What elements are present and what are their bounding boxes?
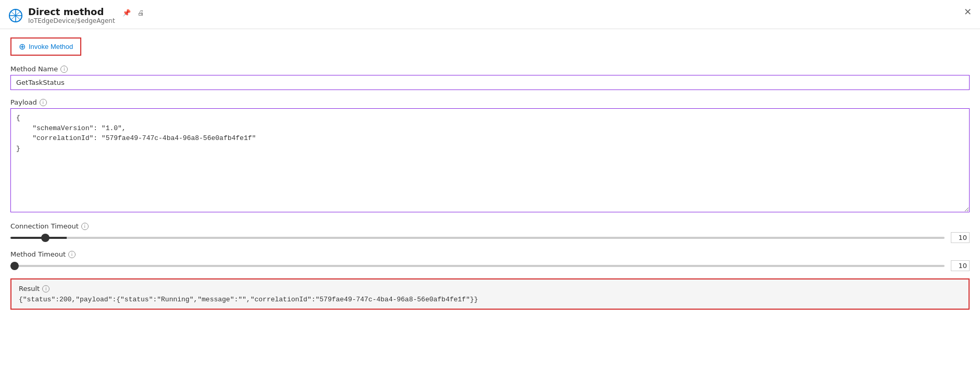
method-timeout-label: Method Timeout i bbox=[10, 250, 970, 258]
invoke-method-icon: ⊕ bbox=[19, 42, 26, 52]
method-name-field-group: Method Name i bbox=[10, 65, 970, 90]
method-timeout-info-icon[interactable]: i bbox=[68, 251, 76, 258]
header-title-block: Direct method IoTEdgeDevice/$edgeAgent bbox=[28, 6, 115, 24]
result-label: Result i bbox=[19, 285, 961, 292]
print-icon[interactable]: 🖨 bbox=[136, 8, 146, 18]
payload-field-group: Payload i bbox=[10, 98, 970, 214]
method-timeout-track bbox=[10, 261, 945, 271]
connection-timeout-slider-row: 10 bbox=[10, 232, 970, 243]
payload-label: Payload i bbox=[10, 98, 970, 106]
connection-timeout-track bbox=[10, 233, 945, 243]
connection-timeout-info-icon[interactable]: i bbox=[81, 223, 89, 230]
method-timeout-slider-row: 10 bbox=[10, 260, 970, 271]
azure-iot-icon bbox=[8, 8, 23, 23]
header-actions: 📌 🖨 bbox=[121, 8, 146, 18]
panel-content: ⊕ Invoke Method Method Name i Payload i … bbox=[0, 29, 980, 318]
method-name-label: Method Name i bbox=[10, 65, 970, 73]
direct-method-panel: Direct method IoTEdgeDevice/$edgeAgent 📌… bbox=[0, 0, 980, 382]
pin-icon[interactable]: 📌 bbox=[121, 8, 132, 18]
panel-title: Direct method bbox=[28, 6, 115, 17]
result-value: {"status":200,"payload":{"status":"Runni… bbox=[19, 296, 961, 303]
method-timeout-section: Method Timeout i 10 bbox=[10, 250, 970, 271]
invoke-method-label: Invoke Method bbox=[29, 43, 73, 50]
connection-timeout-section: Connection Timeout i 10 bbox=[10, 222, 970, 243]
panel-subtitle: IoTEdgeDevice/$edgeAgent bbox=[28, 17, 115, 24]
payload-info-icon[interactable]: i bbox=[40, 99, 47, 106]
connection-timeout-label: Connection Timeout i bbox=[10, 222, 970, 230]
result-section: Result i {"status":200,"payload":{"statu… bbox=[10, 278, 970, 310]
method-name-input[interactable] bbox=[10, 75, 970, 90]
result-info-icon[interactable]: i bbox=[42, 285, 49, 292]
method-timeout-value: 10 bbox=[951, 260, 970, 271]
connection-timeout-value: 10 bbox=[951, 232, 970, 243]
method-name-info-icon[interactable]: i bbox=[60, 66, 68, 73]
invoke-method-button[interactable]: ⊕ Invoke Method bbox=[10, 37, 81, 56]
method-timeout-slider[interactable] bbox=[10, 265, 945, 267]
payload-textarea[interactable] bbox=[10, 108, 970, 212]
panel-header: Direct method IoTEdgeDevice/$edgeAgent 📌… bbox=[0, 0, 980, 29]
connection-timeout-slider[interactable] bbox=[10, 237, 945, 239]
close-button[interactable]: ✕ bbox=[964, 7, 972, 17]
